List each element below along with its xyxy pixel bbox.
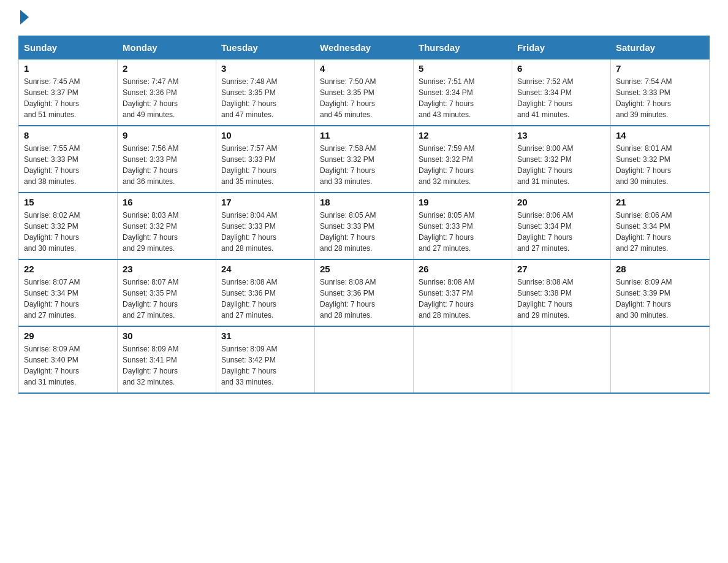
calendar-cell	[512, 326, 611, 393]
week-row-1: 1Sunrise: 7:45 AMSunset: 3:37 PMDaylight…	[19, 59, 710, 126]
day-info: Sunrise: 7:58 AMSunset: 3:32 PMDaylight:…	[320, 143, 408, 187]
calendar-cell: 4Sunrise: 7:50 AMSunset: 3:35 PMDaylight…	[315, 59, 414, 126]
day-info: Sunrise: 8:08 AMSunset: 3:37 PMDaylight:…	[419, 277, 507, 321]
page-header	[18, 12, 710, 25]
calendar-cell: 26Sunrise: 8:08 AMSunset: 3:37 PMDayligh…	[414, 259, 512, 326]
header-row: SundayMondayTuesdayWednesdayThursdayFrid…	[19, 36, 710, 59]
calendar-cell: 13Sunrise: 8:00 AMSunset: 3:32 PMDayligh…	[512, 126, 611, 193]
day-info: Sunrise: 7:51 AMSunset: 3:34 PMDaylight:…	[419, 76, 507, 120]
week-row-5: 29Sunrise: 8:09 AMSunset: 3:40 PMDayligh…	[19, 326, 710, 393]
calendar-cell: 28Sunrise: 8:09 AMSunset: 3:39 PMDayligh…	[611, 259, 710, 326]
day-number: 2	[123, 63, 211, 74]
day-info: Sunrise: 8:09 AMSunset: 3:41 PMDaylight:…	[123, 343, 211, 388]
calendar-cell: 1Sunrise: 7:45 AMSunset: 3:37 PMDaylight…	[19, 59, 118, 126]
calendar-cell: 29Sunrise: 8:09 AMSunset: 3:40 PMDayligh…	[19, 326, 118, 393]
calendar-cell: 24Sunrise: 8:08 AMSunset: 3:36 PMDayligh…	[216, 259, 315, 326]
day-number: 17	[221, 197, 309, 207]
day-number: 11	[320, 130, 408, 140]
day-info: Sunrise: 8:08 AMSunset: 3:36 PMDaylight:…	[221, 277, 309, 321]
day-info: Sunrise: 8:08 AMSunset: 3:36 PMDaylight:…	[320, 277, 408, 321]
calendar-cell: 31Sunrise: 8:09 AMSunset: 3:42 PMDayligh…	[216, 326, 315, 393]
calendar-cell: 18Sunrise: 8:05 AMSunset: 3:33 PMDayligh…	[315, 193, 414, 259]
day-info: Sunrise: 8:03 AMSunset: 3:32 PMDaylight:…	[123, 210, 211, 254]
calendar-cell: 27Sunrise: 8:08 AMSunset: 3:38 PMDayligh…	[512, 259, 611, 326]
calendar-cell: 17Sunrise: 8:04 AMSunset: 3:33 PMDayligh…	[216, 193, 315, 259]
day-number: 22	[24, 264, 112, 274]
calendar-cell: 19Sunrise: 8:05 AMSunset: 3:33 PMDayligh…	[414, 193, 512, 259]
calendar-cell	[611, 326, 710, 393]
day-info: Sunrise: 7:54 AMSunset: 3:33 PMDaylight:…	[616, 76, 704, 120]
day-number: 29	[24, 331, 112, 341]
day-number: 4	[320, 63, 408, 74]
day-number: 16	[123, 197, 211, 207]
calendar-cell: 5Sunrise: 7:51 AMSunset: 3:34 PMDaylight…	[414, 59, 512, 126]
day-number: 26	[419, 264, 507, 274]
day-info: Sunrise: 8:05 AMSunset: 3:33 PMDaylight:…	[419, 210, 507, 254]
day-info: Sunrise: 8:09 AMSunset: 3:39 PMDaylight:…	[616, 277, 704, 321]
calendar-cell: 15Sunrise: 8:02 AMSunset: 3:32 PMDayligh…	[19, 193, 118, 259]
header-cell-thursday: Thursday	[414, 36, 512, 59]
day-number: 14	[616, 130, 704, 140]
calendar-cell: 8Sunrise: 7:55 AMSunset: 3:33 PMDaylight…	[19, 126, 118, 193]
calendar-cell: 10Sunrise: 7:57 AMSunset: 3:33 PMDayligh…	[216, 126, 315, 193]
calendar-cell: 9Sunrise: 7:56 AMSunset: 3:33 PMDaylight…	[118, 126, 216, 193]
day-number: 3	[221, 63, 309, 74]
day-number: 30	[123, 331, 211, 341]
day-info: Sunrise: 7:50 AMSunset: 3:35 PMDaylight:…	[320, 76, 408, 120]
day-number: 31	[221, 331, 309, 341]
header-cell-friday: Friday	[512, 36, 611, 59]
day-info: Sunrise: 8:05 AMSunset: 3:33 PMDaylight:…	[320, 210, 408, 254]
calendar-cell: 16Sunrise: 8:03 AMSunset: 3:32 PMDayligh…	[118, 193, 216, 259]
header-cell-saturday: Saturday	[611, 36, 710, 59]
week-row-2: 8Sunrise: 7:55 AMSunset: 3:33 PMDaylight…	[19, 126, 710, 193]
day-number: 1	[24, 63, 112, 74]
day-info: Sunrise: 8:07 AMSunset: 3:35 PMDaylight:…	[123, 277, 211, 321]
day-number: 20	[517, 197, 605, 207]
day-number: 8	[24, 130, 112, 140]
day-number: 25	[320, 264, 408, 274]
day-info: Sunrise: 7:48 AMSunset: 3:35 PMDaylight:…	[221, 76, 309, 120]
week-row-3: 15Sunrise: 8:02 AMSunset: 3:32 PMDayligh…	[19, 193, 710, 259]
day-info: Sunrise: 7:57 AMSunset: 3:33 PMDaylight:…	[221, 143, 309, 187]
day-number: 6	[517, 63, 605, 74]
calendar-cell: 30Sunrise: 8:09 AMSunset: 3:41 PMDayligh…	[118, 326, 216, 393]
day-info: Sunrise: 7:47 AMSunset: 3:36 PMDaylight:…	[123, 76, 211, 120]
day-info: Sunrise: 7:52 AMSunset: 3:34 PMDaylight:…	[517, 76, 605, 120]
calendar-cell: 6Sunrise: 7:52 AMSunset: 3:34 PMDaylight…	[512, 59, 611, 126]
day-number: 5	[419, 63, 507, 74]
day-info: Sunrise: 8:09 AMSunset: 3:42 PMDaylight:…	[221, 343, 309, 388]
calendar-cell: 25Sunrise: 8:08 AMSunset: 3:36 PMDayligh…	[315, 259, 414, 326]
day-info: Sunrise: 8:06 AMSunset: 3:34 PMDaylight:…	[616, 210, 704, 254]
week-row-4: 22Sunrise: 8:07 AMSunset: 3:34 PMDayligh…	[19, 259, 710, 326]
calendar-cell	[414, 326, 512, 393]
calendar-cell: 23Sunrise: 8:07 AMSunset: 3:35 PMDayligh…	[118, 259, 216, 326]
header-cell-monday: Monday	[118, 36, 216, 59]
day-info: Sunrise: 8:02 AMSunset: 3:32 PMDaylight:…	[24, 210, 112, 254]
calendar-body: 1Sunrise: 7:45 AMSunset: 3:37 PMDaylight…	[19, 59, 710, 394]
day-number: 27	[517, 264, 605, 274]
calendar-cell: 14Sunrise: 8:01 AMSunset: 3:32 PMDayligh…	[611, 126, 710, 193]
calendar-cell: 3Sunrise: 7:48 AMSunset: 3:35 PMDaylight…	[216, 59, 315, 126]
day-number: 18	[320, 197, 408, 207]
day-info: Sunrise: 8:00 AMSunset: 3:32 PMDaylight:…	[517, 143, 605, 187]
day-number: 13	[517, 130, 605, 140]
day-number: 7	[616, 63, 704, 74]
day-number: 15	[24, 197, 112, 207]
calendar-cell	[315, 326, 414, 393]
day-number: 21	[616, 197, 704, 207]
day-info: Sunrise: 8:08 AMSunset: 3:38 PMDaylight:…	[517, 277, 605, 321]
day-info: Sunrise: 8:01 AMSunset: 3:32 PMDaylight:…	[616, 143, 704, 187]
day-info: Sunrise: 7:56 AMSunset: 3:33 PMDaylight:…	[123, 143, 211, 187]
day-info: Sunrise: 7:45 AMSunset: 3:37 PMDaylight:…	[24, 76, 112, 120]
calendar-cell: 2Sunrise: 7:47 AMSunset: 3:36 PMDaylight…	[118, 59, 216, 126]
calendar-cell: 12Sunrise: 7:59 AMSunset: 3:32 PMDayligh…	[414, 126, 512, 193]
calendar-cell: 20Sunrise: 8:06 AMSunset: 3:34 PMDayligh…	[512, 193, 611, 259]
day-info: Sunrise: 8:06 AMSunset: 3:34 PMDaylight:…	[517, 210, 605, 254]
day-number: 24	[221, 264, 309, 274]
calendar-cell: 7Sunrise: 7:54 AMSunset: 3:33 PMDaylight…	[611, 59, 710, 126]
day-number: 23	[123, 264, 211, 274]
day-info: Sunrise: 8:07 AMSunset: 3:34 PMDaylight:…	[24, 277, 112, 321]
day-info: Sunrise: 7:59 AMSunset: 3:32 PMDaylight:…	[419, 143, 507, 187]
calendar-cell: 21Sunrise: 8:06 AMSunset: 3:34 PMDayligh…	[611, 193, 710, 259]
day-number: 19	[419, 197, 507, 207]
